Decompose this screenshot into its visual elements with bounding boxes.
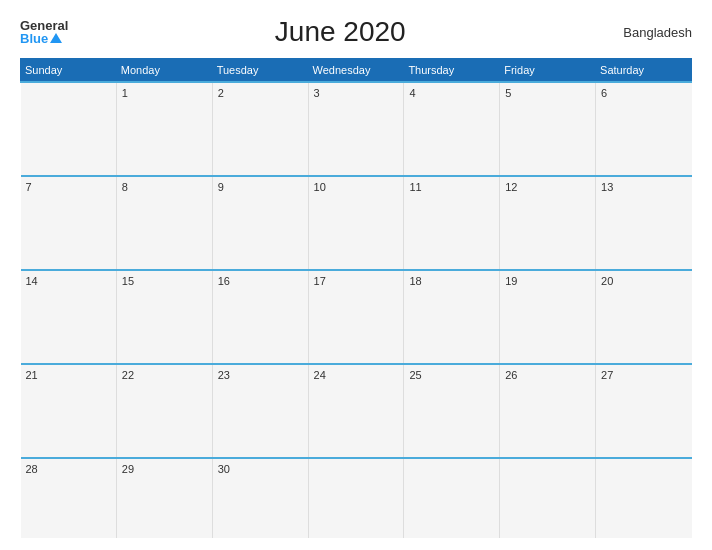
day-number: 20 (601, 275, 613, 287)
calendar-week-row: 78910111213 (21, 176, 692, 270)
calendar-day-cell: 8 (116, 176, 212, 270)
day-number: 16 (218, 275, 230, 287)
calendar-day-cell: 20 (596, 270, 692, 364)
col-monday: Monday (116, 59, 212, 83)
calendar-week-row: 282930 (21, 458, 692, 539)
calendar-day-cell: 21 (21, 364, 117, 458)
day-number: 6 (601, 87, 607, 99)
day-number: 25 (409, 369, 421, 381)
calendar-day-cell: 6 (596, 82, 692, 176)
calendar-day-cell: 5 (500, 82, 596, 176)
day-number: 7 (26, 181, 32, 193)
day-number: 17 (314, 275, 326, 287)
day-number: 26 (505, 369, 517, 381)
calendar-page: General Blue June 2020 Bangladesh Sunday… (0, 0, 712, 550)
day-number: 18 (409, 275, 421, 287)
day-number: 13 (601, 181, 613, 193)
day-number: 5 (505, 87, 511, 99)
calendar-day-cell: 30 (212, 458, 308, 539)
day-number: 12 (505, 181, 517, 193)
logo-triangle-icon (50, 33, 62, 43)
calendar-day-cell: 29 (116, 458, 212, 539)
day-number: 22 (122, 369, 134, 381)
day-number: 27 (601, 369, 613, 381)
col-tuesday: Tuesday (212, 59, 308, 83)
col-sunday: Sunday (21, 59, 117, 83)
day-number: 28 (26, 463, 38, 475)
day-number: 8 (122, 181, 128, 193)
calendar-day-cell: 28 (21, 458, 117, 539)
calendar-day-cell (308, 458, 404, 539)
calendar-day-cell (404, 458, 500, 539)
day-number: 3 (314, 87, 320, 99)
day-number: 14 (26, 275, 38, 287)
calendar-day-cell: 24 (308, 364, 404, 458)
day-number: 2 (218, 87, 224, 99)
calendar-day-cell (21, 82, 117, 176)
day-number: 21 (26, 369, 38, 381)
col-friday: Friday (500, 59, 596, 83)
day-number: 15 (122, 275, 134, 287)
calendar-day-cell: 25 (404, 364, 500, 458)
calendar-day-cell: 18 (404, 270, 500, 364)
calendar-day-cell: 1 (116, 82, 212, 176)
calendar-week-row: 21222324252627 (21, 364, 692, 458)
calendar-day-cell: 7 (21, 176, 117, 270)
calendar-header: General Blue June 2020 Bangladesh (20, 16, 692, 48)
calendar-day-cell: 22 (116, 364, 212, 458)
calendar-week-row: 14151617181920 (21, 270, 692, 364)
calendar-day-cell: 26 (500, 364, 596, 458)
calendar-day-cell: 19 (500, 270, 596, 364)
day-number: 1 (122, 87, 128, 99)
country-label: Bangladesh (612, 25, 692, 40)
day-number: 24 (314, 369, 326, 381)
calendar-day-cell: 9 (212, 176, 308, 270)
calendar-day-cell: 2 (212, 82, 308, 176)
calendar-day-cell: 27 (596, 364, 692, 458)
calendar-day-cell: 10 (308, 176, 404, 270)
logo: General Blue (20, 19, 68, 45)
calendar-table: Sunday Monday Tuesday Wednesday Thursday… (20, 58, 692, 538)
calendar-day-cell: 17 (308, 270, 404, 364)
calendar-header-row: Sunday Monday Tuesday Wednesday Thursday… (21, 59, 692, 83)
col-wednesday: Wednesday (308, 59, 404, 83)
calendar-day-cell: 11 (404, 176, 500, 270)
day-number: 30 (218, 463, 230, 475)
calendar-day-cell (596, 458, 692, 539)
day-number: 10 (314, 181, 326, 193)
calendar-day-cell: 4 (404, 82, 500, 176)
day-number: 23 (218, 369, 230, 381)
logo-blue-text: Blue (20, 32, 48, 45)
day-number: 29 (122, 463, 134, 475)
day-number: 19 (505, 275, 517, 287)
calendar-day-cell: 23 (212, 364, 308, 458)
calendar-day-cell: 16 (212, 270, 308, 364)
calendar-week-row: 123456 (21, 82, 692, 176)
col-saturday: Saturday (596, 59, 692, 83)
calendar-day-cell: 15 (116, 270, 212, 364)
calendar-day-cell: 13 (596, 176, 692, 270)
calendar-day-cell (500, 458, 596, 539)
day-number: 11 (409, 181, 421, 193)
calendar-title: June 2020 (68, 16, 612, 48)
col-thursday: Thursday (404, 59, 500, 83)
calendar-day-cell: 12 (500, 176, 596, 270)
calendar-day-cell: 14 (21, 270, 117, 364)
day-number: 4 (409, 87, 415, 99)
calendar-day-cell: 3 (308, 82, 404, 176)
day-number: 9 (218, 181, 224, 193)
